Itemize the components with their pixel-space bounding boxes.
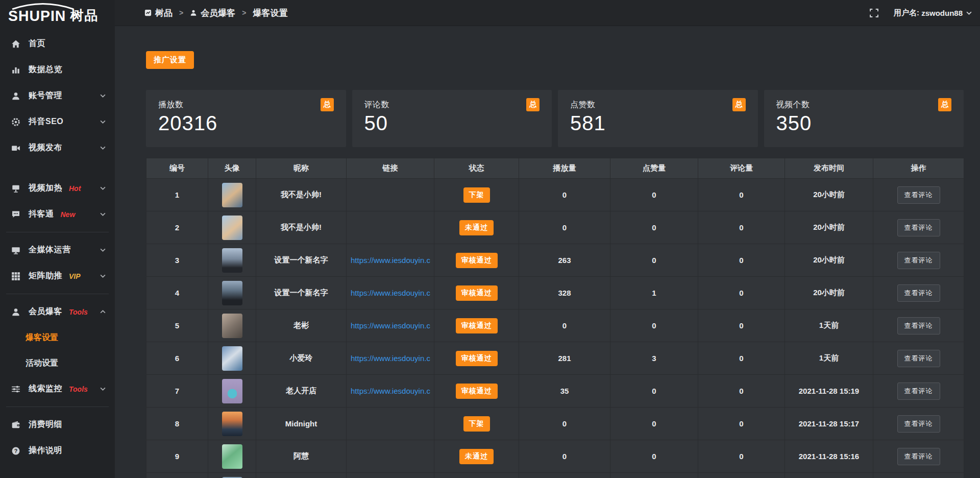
- cell-link: [347, 179, 434, 211]
- cell-id: 5: [146, 309, 208, 342]
- cell-plays: 0: [519, 440, 610, 473]
- user-menu[interactable]: 用户名: zswodun88: [894, 8, 972, 18]
- sidebar-item-视频发布[interactable]: 视频发布: [0, 135, 115, 161]
- chevron-down-icon: [100, 274, 106, 278]
- cell-comments: 0: [698, 211, 785, 244]
- view-comments-button[interactable]: 查看评论: [897, 448, 940, 465]
- breadcrumb-item-会员爆客[interactable]: 会员爆客: [190, 7, 235, 19]
- avatar: [222, 183, 242, 207]
- video-link[interactable]: https://www.iesdouyin.c: [351, 289, 430, 297]
- cell-nickname: 阿慧: [256, 440, 347, 473]
- cell-status: 下架: [434, 179, 519, 211]
- sidebar-item-全媒体运营[interactable]: 全媒体运营: [0, 237, 115, 263]
- cell-time: 20小时前: [785, 244, 873, 277]
- cell-nickname: 设置一个新名字: [256, 277, 347, 309]
- main-content: 推广设置 播放数 总 20316 评论数 总 50 点赞数 总 581 视频个数…: [115, 26, 980, 478]
- cell-likes: 0: [610, 375, 698, 408]
- column-header-评论量: 评论量: [698, 158, 785, 179]
- cell-likes: 1: [610, 277, 698, 309]
- cell-link: https://www.iesdouyin.c: [347, 244, 434, 277]
- video-link[interactable]: https://www.iesdouyin.c: [351, 256, 430, 265]
- stat-card-header: 播放数 总: [158, 100, 334, 111]
- cell-plays: 0: [519, 211, 610, 244]
- sidebar-item-tag: New: [61, 210, 76, 219]
- cell-link: https://www.iesdouyin.c: [347, 375, 434, 408]
- sidebar-item-矩阵助推[interactable]: 矩阵助推VIP: [0, 263, 115, 289]
- view-comments-button[interactable]: 查看评论: [897, 415, 940, 433]
- cell-link: [347, 440, 434, 473]
- table-row: 7老人开店https://www.iesdouyin.c审核通过35002021…: [146, 375, 964, 408]
- cell-action: 查看评论: [873, 440, 964, 473]
- app-logo: SHUPIN 树品: [0, 0, 115, 27]
- sidebar-item-操作说明[interactable]: ?操作说明: [0, 438, 115, 464]
- cell-avatar: [208, 309, 256, 342]
- chevron-down-icon: [100, 248, 106, 252]
- stat-card-header: 视频个数 总: [776, 100, 952, 111]
- avatar: [222, 248, 242, 273]
- fullscreen-icon[interactable]: [870, 9, 878, 17]
- cell-avatar: [208, 277, 256, 309]
- cell-nickname: 我不是小帅!: [256, 211, 347, 244]
- cell-action: 查看评论: [873, 244, 964, 277]
- cell-time: 2021-11-28 15:16: [785, 440, 873, 473]
- cell-time: [785, 473, 873, 478]
- cell-nickname: 小爱玲: [256, 342, 347, 375]
- breadcrumb-item-爆客设置[interactable]: 爆客设置: [253, 7, 287, 19]
- sidebar-divider: [6, 294, 109, 294]
- promotion-settings-button[interactable]: 推广设置: [146, 51, 194, 69]
- help-icon: ?: [11, 446, 21, 456]
- cell-id: 9: [146, 440, 208, 473]
- cell-comments: 0: [698, 244, 785, 277]
- cell-id: 7: [146, 375, 208, 408]
- view-comments-button[interactable]: 查看评论: [897, 317, 940, 334]
- cell-plays: 0: [519, 309, 610, 342]
- table-row: 9阿慧未通过0002021-11-28 15:16查看评论: [146, 440, 964, 473]
- total-badge: 总: [321, 98, 334, 111]
- sidebar-item-消费明细[interactable]: 消费明细: [0, 412, 115, 438]
- view-comments-button[interactable]: 查看评论: [897, 350, 940, 367]
- status-badge: 下架: [463, 416, 490, 432]
- cell-status: [434, 473, 519, 478]
- cell-status: 审核通过: [434, 375, 519, 408]
- view-comments-button[interactable]: 查看评论: [897, 383, 940, 400]
- sidebar-item-视频加热[interactable]: 视频加热Hot: [0, 175, 115, 201]
- sidebar-item-label: 操作说明: [29, 445, 62, 456]
- sidebar-item-数据总览[interactable]: 数据总览: [0, 57, 115, 83]
- cell-status: 未通过: [434, 211, 519, 244]
- sidebar-item-线索监控[interactable]: 线索监控Tools: [0, 376, 115, 402]
- cell-link: https://www.iesdouyin.c: [347, 309, 434, 342]
- stat-card-header: 评论数 总: [364, 100, 540, 111]
- table-row: 2我不是小帅!未通过00020小时前查看评论: [146, 211, 964, 244]
- column-header-发布时间: 发布时间: [785, 158, 873, 179]
- cell-plays: [519, 473, 610, 478]
- view-comments-button[interactable]: 查看评论: [897, 284, 940, 302]
- breadcrumb: 树品>会员爆客>爆客设置: [144, 7, 287, 19]
- cell-likes: 3: [610, 342, 698, 375]
- sidebar-item-抖音SEO[interactable]: 抖音SEO: [0, 109, 115, 135]
- stat-card-value: 350: [776, 112, 952, 135]
- video-link[interactable]: https://www.iesdouyin.c: [351, 321, 430, 330]
- sidebar-subitem-爆客设置[interactable]: 爆客设置: [0, 325, 115, 350]
- view-comments-button[interactable]: 查看评论: [897, 219, 940, 236]
- view-comments-button[interactable]: 查看评论: [897, 186, 940, 204]
- sidebar-subitem-活动设置[interactable]: 活动设置: [0, 350, 115, 376]
- sidebar-item-账号管理[interactable]: 账号管理: [0, 83, 115, 109]
- video-link[interactable]: https://www.iesdouyin.c: [351, 354, 430, 363]
- username-label: 用户名:: [894, 8, 919, 18]
- view-comments-button[interactable]: 查看评论: [897, 252, 940, 269]
- video-link[interactable]: https://www.iesdouyin.c: [351, 387, 430, 395]
- sidebar-item-首页[interactable]: 首页: [0, 31, 115, 57]
- sidebar-item-抖客通[interactable]: 抖客通New: [0, 201, 115, 227]
- chat-icon: [11, 210, 21, 219]
- sidebar-subitem-label: 爆客设置: [26, 332, 58, 343]
- table-row: 1我不是小帅!下架00020小时前查看评论: [146, 179, 964, 211]
- avatar: [222, 346, 242, 371]
- video-icon: [11, 144, 21, 153]
- stat-card-播放数: 播放数 总 20316: [146, 90, 346, 147]
- sidebar-item-label: 数据总览: [29, 64, 62, 75]
- breadcrumb-item-树品[interactable]: 树品: [144, 7, 173, 19]
- sidebar-item-会员爆客[interactable]: 会员爆客Tools: [0, 299, 115, 325]
- sidebar-item-label: 视频发布: [29, 142, 62, 153]
- cell-comments: 0: [698, 440, 785, 473]
- cell-id: 8: [146, 408, 208, 440]
